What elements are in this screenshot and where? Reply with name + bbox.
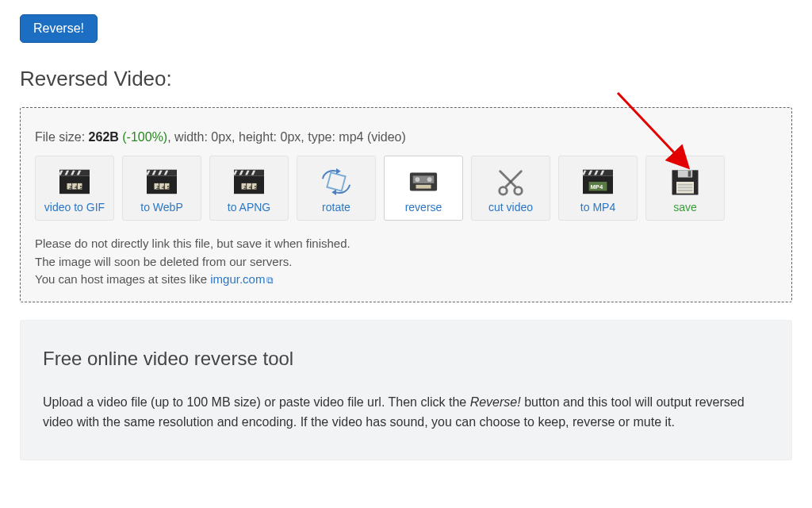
svg-text:5: 5	[167, 185, 170, 190]
external-link-icon: ⧉	[266, 275, 274, 286]
action-label: cut video	[488, 201, 533, 214]
svg-point-48	[510, 181, 512, 183]
svg-point-41	[416, 177, 420, 182]
svg-text:5: 5	[255, 185, 257, 190]
action-label: to WebP	[140, 201, 182, 214]
imgur-link[interactable]: imgur.com⧉	[210, 272, 274, 286]
notice: Please do not directly link this file, b…	[35, 235, 777, 289]
notice-line3-text: You can host images at sites like	[35, 272, 210, 286]
svg-rect-63	[678, 190, 692, 191]
info-card-title: Free online video reverse tool	[43, 348, 769, 370]
action-rotate[interactable]: rotate	[297, 156, 376, 221]
svg-point-42	[427, 177, 432, 182]
info-card: Free online video reverse tool Upload a …	[20, 320, 792, 460]
svg-rect-62	[678, 187, 692, 188]
action-to-webp[interactable]: 245to WebP	[122, 156, 201, 221]
svg-text:4: 4	[249, 185, 251, 190]
svg-text:2: 2	[156, 185, 159, 190]
section-title-reversed-video: Reversed Video:	[20, 67, 792, 91]
info-card-text: Upload a video file (up to 100 MB size) …	[43, 392, 769, 433]
file-info-rest: , width: 0px, height: 0px, type: mp4 (vi…	[167, 130, 406, 144]
file-size: 262B	[89, 130, 119, 144]
file-size-pct: (-100%)	[119, 130, 167, 144]
action-to-mp4[interactable]: MP4to MP4	[558, 156, 638, 221]
file-info: File size: 262B (-100%), width: 0px, hei…	[35, 130, 777, 144]
clap-icon: 245	[230, 166, 268, 198]
svg-text:4: 4	[75, 185, 77, 190]
clap-icon: 245	[143, 166, 181, 198]
notice-line1: Please do not directly link this file, b…	[35, 235, 777, 253]
action-label: save	[673, 201, 697, 214]
tape-icon	[404, 166, 442, 198]
action-label: rotate	[322, 201, 350, 214]
svg-point-46	[500, 187, 508, 195]
action-label: video to GIF	[44, 201, 105, 214]
svg-rect-36	[327, 172, 345, 190]
floppy-icon	[666, 166, 704, 198]
svg-rect-43	[416, 185, 431, 189]
action-to-apng[interactable]: 245to APNG	[209, 156, 289, 221]
file-info-prefix: File size:	[35, 130, 89, 144]
svg-marker-38	[331, 190, 336, 196]
svg-rect-59	[688, 171, 691, 176]
clap-icon: 245	[56, 166, 94, 198]
svg-text:2: 2	[243, 185, 246, 190]
svg-text:5: 5	[80, 185, 82, 190]
reverse-button[interactable]: Reverse!	[20, 14, 98, 43]
mp4-icon: MP4	[579, 166, 617, 198]
svg-text:2: 2	[69, 185, 71, 190]
svg-point-47	[515, 187, 523, 195]
action-reverse[interactable]: reverse	[384, 156, 463, 221]
action-label: to MP4	[580, 201, 615, 214]
action-label: reverse	[405, 201, 442, 214]
notice-line2: The image will soon be deleted from our …	[35, 253, 777, 271]
action-row: 245video to GIF245to WebP245to APNGrotat…	[35, 156, 777, 221]
svg-marker-37	[336, 168, 341, 175]
scissors-icon	[492, 166, 530, 198]
rotate-icon	[317, 166, 355, 198]
action-cut-video[interactable]: cut video	[471, 156, 550, 221]
action-save[interactable]: save	[645, 156, 725, 221]
result-box: File size: 262B (-100%), width: 0px, hei…	[20, 107, 792, 302]
action-video-to-gif[interactable]: 245video to GIF	[35, 156, 114, 221]
svg-rect-61	[678, 184, 692, 186]
svg-text:4: 4	[162, 185, 164, 190]
svg-text:MP4: MP4	[591, 183, 603, 190]
action-label: to APNG	[228, 201, 270, 214]
